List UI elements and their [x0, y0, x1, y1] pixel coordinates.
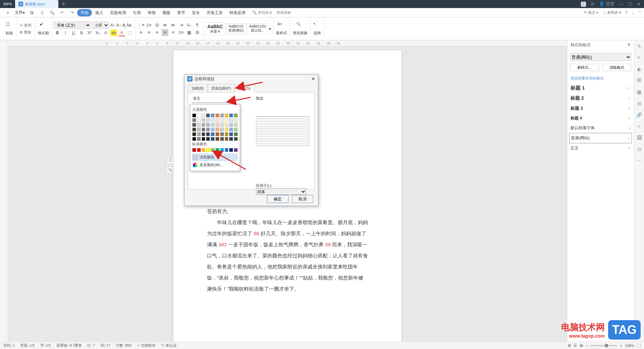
- tab-insert[interactable]: 插入: [92, 8, 107, 17]
- style-item-h2[interactable]: 标题 2↵: [567, 93, 634, 103]
- color-swatch[interactable]: [211, 113, 215, 117]
- tool-more-icon[interactable]: ⋯: [636, 157, 643, 164]
- dialog-tab-border[interactable]: 边框(B): [188, 84, 208, 93]
- tab-devtool[interactable]: 开发工具: [203, 8, 226, 17]
- nav-outline-icon[interactable]: ☰: [167, 157, 173, 164]
- clear-format-icon[interactable]: Ą: [122, 23, 125, 28]
- sort-icon[interactable]: A↓: [186, 22, 193, 29]
- bullet-list-icon[interactable]: ⋮≡: [138, 22, 144, 29]
- tab-layout[interactable]: 页面布局: [107, 8, 129, 17]
- fullscreen-icon[interactable]: ⛶: [637, 344, 641, 348]
- style-default[interactable]: AaBbCcDd默认段...: [247, 23, 268, 34]
- close-button[interactable]: ✕: [637, 2, 641, 7]
- cancel-button[interactable]: 取消: [292, 195, 313, 203]
- copy-button[interactable]: ⧉ 复制: [18, 29, 33, 36]
- border-icon[interactable]: ⊞: [194, 29, 201, 36]
- align-right-icon[interactable]: ≡: [154, 29, 160, 36]
- color-swatch[interactable]: [225, 113, 229, 117]
- new-tab-button[interactable]: +: [58, 1, 69, 8]
- sync-status[interactable]: △ 未同步 ▾: [602, 10, 621, 15]
- italic-button[interactable]: I: [62, 30, 69, 36]
- status-spell[interactable]: ✓ 文档校对: [137, 343, 156, 348]
- number-list-icon[interactable]: 1≡: [146, 22, 152, 29]
- line-spacing-icon[interactable]: ‡≡: [178, 29, 184, 36]
- color-swatch[interactable]: [206, 113, 210, 117]
- status-auth[interactable]: 🛡 未认证: [161, 343, 177, 348]
- style-expand-icon[interactable]: ▾: [269, 27, 271, 31]
- zoom-in-icon[interactable]: +: [620, 344, 622, 348]
- nav-attach-icon[interactable]: 📎: [167, 166, 173, 173]
- style-item-h4[interactable]: 标题 4↵: [567, 113, 634, 123]
- font-color-button[interactable]: A: [118, 30, 125, 36]
- print-icon[interactable]: ⎙: [39, 10, 45, 15]
- redo-icon[interactable]: ↷: [69, 10, 75, 15]
- status-pages[interactable]: 页面: 1/2: [20, 343, 35, 348]
- tool-sort-icon[interactable]: ⊟: [636, 100, 643, 107]
- color-swatch[interactable]: [229, 113, 233, 117]
- color-swatch[interactable]: [215, 113, 219, 117]
- file-menu[interactable]: 文件 ▾: [13, 10, 27, 15]
- tool-grid-icon[interactable]: ▦: [636, 89, 643, 95]
- document-tab[interactable]: W 盼望着.docx: [15, 0, 58, 8]
- command-search[interactable]: 🔍 查找命令、搜索模板: [252, 10, 291, 15]
- tab-icon[interactable]: ⇥: [178, 22, 184, 29]
- settings-icon[interactable]: ⌄: [631, 10, 634, 15]
- decrease-indent-icon[interactable]: ≪: [162, 22, 168, 29]
- font-size-select[interactable]: 小四: [92, 21, 109, 29]
- new-style-panel-button[interactable]: 新样式...: [570, 64, 599, 71]
- status-words[interactable]: 字数: 893: [116, 343, 131, 348]
- comment-button[interactable]: ✎ 批注 ▾: [584, 10, 598, 15]
- style-heading4[interactable]: AaBbC标题 4: [205, 22, 225, 35]
- increase-font-icon[interactable]: A↑: [110, 23, 115, 28]
- underline-button[interactable]: U: [70, 30, 77, 36]
- status-page[interactable]: 页码: 1: [3, 343, 15, 348]
- color-swatch[interactable]: [220, 113, 224, 117]
- style-normal-web[interactable]: AaBbCcD普通(网站): [226, 23, 247, 34]
- style-item-h1[interactable]: 标题 1↵: [567, 83, 634, 93]
- paste-button[interactable]: 📋 粘贴: [3, 18, 16, 39]
- select-button[interactable]: ↖ 选择: [311, 18, 324, 39]
- color-swatch[interactable]: [202, 113, 206, 117]
- char-border-button[interactable]: ⬚: [126, 30, 133, 36]
- view-mode-icon[interactable]: ▤: [580, 343, 583, 348]
- notif-badge[interactable]: 1: [581, 2, 586, 7]
- save-icon[interactable]: 🖫: [29, 10, 35, 15]
- strike-button[interactable]: S̶: [78, 30, 85, 36]
- tool-link-icon[interactable]: 🔗: [636, 111, 643, 118]
- bold-button[interactable]: B: [54, 30, 61, 36]
- style-item-body[interactable]: 正文↵: [567, 143, 634, 153]
- distribute-icon[interactable]: ≡: [170, 29, 176, 36]
- zoom-slider[interactable]: [590, 345, 617, 346]
- tab-view[interactable]: 视图: [159, 8, 174, 17]
- max-button[interactable]: ☐: [628, 2, 632, 7]
- apply-to-select[interactable]: 段落: [256, 188, 306, 195]
- show-marks-icon[interactable]: ¶: [194, 22, 201, 29]
- panel-close-icon[interactable]: ✕: [627, 42, 631, 48]
- tab-security[interactable]: 安全: [189, 8, 203, 17]
- style-item-h3[interactable]: 标题 3↵: [567, 103, 634, 113]
- zoom-out-icon[interactable]: −: [586, 344, 588, 348]
- tab-section[interactable]: 章节: [174, 8, 189, 17]
- tool-limit-icon[interactable]: 限: [636, 77, 643, 84]
- font-effect-button[interactable]: A: [102, 30, 109, 36]
- ok-button[interactable]: 确定: [267, 195, 288, 203]
- decrease-font-icon[interactable]: A↓: [116, 23, 121, 28]
- sync-icon[interactable]: ⟳: [591, 2, 594, 7]
- change-case-icon[interactable]: Aa: [126, 23, 131, 28]
- justify-icon[interactable]: ≡: [162, 29, 168, 36]
- color-swatch[interactable]: [192, 113, 196, 117]
- superscript-button[interactable]: X²: [86, 30, 93, 36]
- user-avatar[interactable]: 👤 普普: [599, 1, 614, 7]
- color-swatch[interactable]: [197, 113, 201, 117]
- multilevel-icon[interactable]: ⊟: [154, 22, 160, 29]
- view-mode-icon[interactable]: ☰: [574, 343, 577, 348]
- tool-clock-icon[interactable]: ◷: [636, 146, 643, 152]
- tab-start[interactable]: 开始: [77, 9, 92, 16]
- zoom-value[interactable]: 109%: [625, 344, 634, 348]
- preview-icon[interactable]: 🔍: [49, 10, 55, 15]
- new-style-button[interactable]: A+ 新样式: [273, 18, 290, 39]
- cut-button[interactable]: ✂ 剪切: [18, 22, 33, 29]
- help-icon[interactable]: ?: [625, 11, 627, 15]
- view-mode-icon[interactable]: ⊞: [568, 343, 571, 348]
- tool-style-icon[interactable]: ✎: [636, 43, 643, 50]
